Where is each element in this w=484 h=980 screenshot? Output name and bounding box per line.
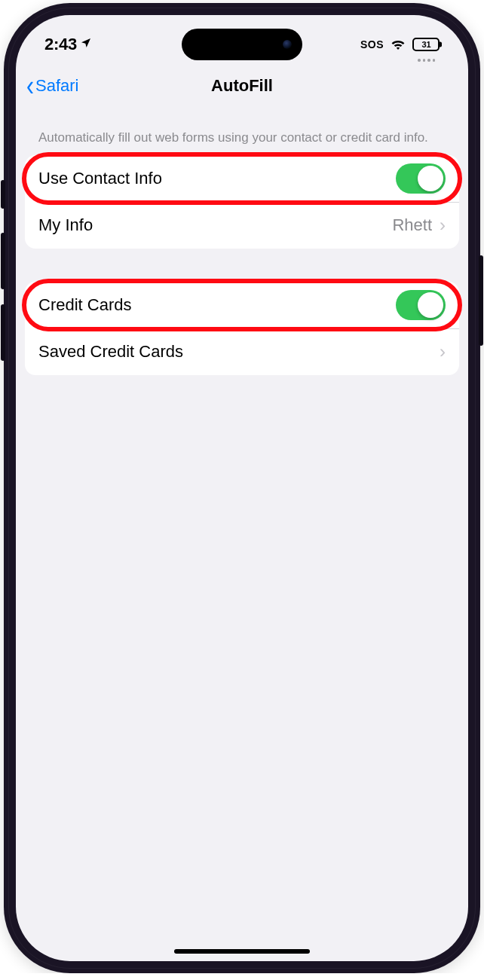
screen: 2:43 SOS 31 ‹ Safa [16,15,468,961]
status-left: 2:43 [44,35,92,54]
saved-credit-cards-label: Saved Credit Cards [38,342,183,362]
page-title: AutoFill [211,76,273,96]
use-contact-info-label: Use Contact Info [38,169,162,188]
content: Automatically fill out web forms using y… [16,107,468,376]
front-camera-icon [283,40,292,49]
status-right: SOS 31 [360,38,440,51]
use-contact-info-row[interactable]: Use Contact Info [25,155,459,202]
volume-down-button [1,304,5,361]
credit-cards-label: Credit Cards [38,295,131,315]
credit-cards-group: Credit Cards Saved Credit Cards › [25,282,459,375]
nav-bar: ‹ Safari AutoFill [16,65,468,107]
sos-indicator: SOS [360,38,384,50]
wifi-icon [390,38,406,50]
battery-icon: 31 [412,38,440,51]
credit-cards-row[interactable]: Credit Cards [25,282,459,328]
saved-credit-cards-row[interactable]: Saved Credit Cards › [25,328,459,375]
back-label: Safari [35,76,78,96]
section-description: Automatically fill out web forms using y… [25,130,459,156]
device-frame: 2:43 SOS 31 ‹ Safa [4,3,480,973]
my-info-value: Rhett [392,215,432,235]
home-indicator[interactable] [174,949,310,954]
status-time: 2:43 [44,35,77,54]
use-contact-info-toggle[interactable] [396,163,446,194]
contact-info-group: Use Contact Info My Info Rhett › [25,155,459,249]
back-button[interactable]: ‹ Safari [26,75,78,97]
dynamic-island [182,29,302,60]
chevron-left-icon: ‹ [26,71,34,100]
battery-percent: 31 [421,40,430,49]
power-button [479,255,483,346]
credit-cards-toggle[interactable] [396,290,446,320]
chevron-right-icon: › [440,341,446,362]
volume-up-button [1,233,5,289]
chevron-right-icon: › [440,215,446,236]
my-info-label: My Info [38,215,93,235]
location-icon [80,37,92,51]
my-info-row[interactable]: My Info Rhett › [25,202,459,249]
silent-switch [1,180,5,209]
